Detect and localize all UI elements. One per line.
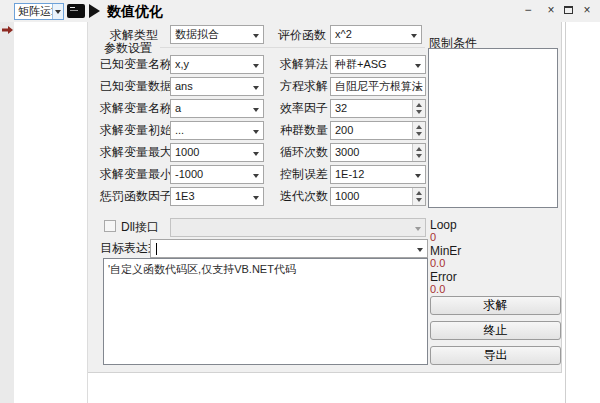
eval-function-combobox[interactable]: x^2 [330, 25, 422, 44]
target-expression-combobox[interactable] [150, 239, 428, 258]
population-count-label: 种群数量 [280, 124, 328, 137]
current-line-arrow-icon [2, 26, 13, 34]
known-var-data-label: 已知变量数据 [100, 80, 172, 93]
solve-var-name-combobox[interactable]: a [170, 99, 264, 118]
error-stat-value: 0.0 [430, 283, 445, 295]
dll-interface-checkbox[interactable] [104, 220, 116, 232]
console-icon[interactable] [67, 4, 85, 18]
efficiency-factor-stepper[interactable]: 32 [330, 99, 426, 118]
left-blank-panel [14, 22, 88, 403]
text-cursor [156, 243, 157, 255]
close-button[interactable]: × [543, 2, 559, 18]
terminate-button[interactable]: 终止 [430, 321, 561, 340]
loop-stat-value: 0 [430, 231, 436, 243]
population-count-stepper[interactable]: 200 [330, 121, 426, 140]
dll-interface-label: Dll接口 [121, 221, 159, 234]
solve-algorithm-combobox[interactable]: 种群+ASG [330, 55, 426, 74]
eval-function-label: 评价函数 [278, 29, 326, 42]
equation-solver-label: 方程求解 [280, 80, 328, 93]
toolbar: 矩阵运算 数值优化 − × × [0, 0, 600, 22]
known-var-names-label: 已知变量名称 [100, 58, 172, 71]
control-error-combobox[interactable]: 1E-12 [330, 165, 426, 184]
solve-var-max-combobox[interactable]: 1000 [170, 143, 264, 162]
efficiency-factor-label: 效率因子 [280, 102, 328, 115]
play-icon[interactable] [89, 4, 100, 18]
window-title: 数值优化 [107, 3, 163, 21]
left-margin-strip [0, 22, 14, 403]
known-var-data-combobox[interactable]: ans [170, 77, 264, 96]
stepper-arrows-icon[interactable] [412, 144, 425, 161]
loop-stat-label: Loop [430, 218, 457, 232]
minimize-button[interactable]: − [520, 2, 536, 18]
equation-solver-combobox[interactable]: 自阻尼平方根算法 [330, 77, 426, 96]
iteration-count-stepper[interactable]: 1000 [330, 187, 426, 206]
known-var-names-combobox[interactable]: x,y [170, 55, 264, 74]
solve-button[interactable]: 求解 [430, 296, 561, 315]
stepper-arrows-icon[interactable] [412, 188, 425, 205]
loop-count-stepper[interactable]: 3000 [330, 143, 426, 162]
close-button-outer[interactable]: × [579, 2, 595, 18]
iteration-count-label: 迭代次数 [280, 190, 328, 203]
error-stat-label: Error [430, 270, 457, 284]
right-blank-panel [565, 22, 600, 403]
chevron-down-icon[interactable] [52, 4, 63, 19]
section-divider [160, 47, 425, 48]
solve-var-initial-combobox[interactable]: ... [170, 121, 264, 140]
code-editor[interactable]: '自定义函数代码区,仅支持VB.NET代码 [103, 258, 428, 365]
solve-var-min-combobox[interactable]: -1000 [170, 165, 264, 184]
constraints-listbox[interactable] [428, 48, 558, 208]
matrix-operations-combobox[interactable]: 矩阵运算 [14, 3, 64, 20]
export-button[interactable]: 导出 [430, 346, 561, 365]
solve-var-name-label: 求解变量名称 [100, 102, 172, 115]
solve-algorithm-label: 求解算法 [280, 58, 328, 71]
miner-stat-label: MinEr [430, 244, 461, 258]
dll-path-combobox [170, 218, 426, 237]
penalty-factor-combobox[interactable]: 1E3 [170, 187, 264, 206]
loop-count-label: 循环次数 [280, 146, 328, 159]
solve-type-combobox[interactable]: 数据拟合 [170, 25, 264, 44]
miner-stat-value: 0.0 [430, 257, 445, 269]
restore-icon[interactable] [564, 6, 573, 14]
stepper-arrows-icon[interactable] [412, 100, 425, 117]
parameters-section-label: 参数设置 [104, 42, 152, 55]
control-error-label: 控制误差 [280, 168, 328, 181]
stepper-arrows-icon[interactable] [412, 122, 425, 139]
